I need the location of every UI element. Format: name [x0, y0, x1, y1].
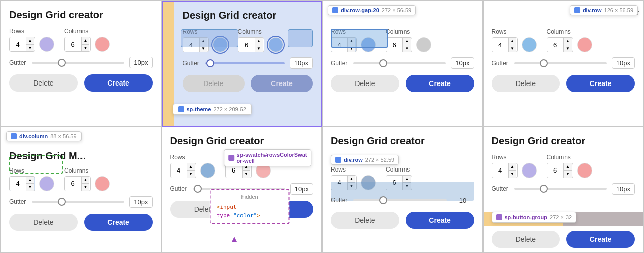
rows-down-1[interactable]: ▼ [26, 45, 34, 52]
columns-down-8[interactable]: ▼ [564, 171, 572, 178]
rows-color-swatch-4[interactable] [522, 37, 537, 52]
rows-value-1[interactable] [10, 37, 26, 51]
rows-color-swatch-2[interactable] [213, 37, 228, 52]
columns-color-swatch-3[interactable] [416, 37, 431, 52]
rows-up-8[interactable]: ▲ [508, 163, 516, 171]
columns-up-5[interactable]: ▲ [81, 177, 89, 184]
columns-value-7[interactable] [386, 176, 403, 190]
create-button-1[interactable]: Create [84, 74, 153, 92]
columns-color-swatch-8[interactable] [577, 163, 592, 178]
columns-value-1[interactable] [65, 37, 81, 51]
columns-color-swatch-2[interactable] [268, 37, 283, 52]
gutter-slider-1[interactable] [58, 59, 66, 67]
rows-color-swatch-5[interactable] [39, 176, 54, 191]
rows-down-8[interactable]: ▼ [508, 171, 516, 178]
rows-down-5[interactable]: ▼ [26, 184, 34, 191]
rows-color-swatch-1[interactable] [39, 37, 54, 52]
columns-input-5[interactable]: ▲ ▼ [64, 176, 91, 191]
rows-value-8[interactable] [492, 163, 508, 178]
gutter-slider-6[interactable] [194, 185, 202, 193]
create-button-4[interactable]: Create [566, 75, 635, 92]
gutter-slider-3[interactable] [379, 59, 387, 67]
rows-up-6[interactable]: ▲ [187, 163, 195, 171]
create-button-3[interactable]: Create [406, 75, 474, 92]
rows-value-5[interactable] [10, 177, 26, 191]
columns-input-8[interactable]: ▲ ▼ [547, 163, 573, 178]
columns-down-4[interactable]: ▼ [564, 45, 572, 52]
columns-down-1[interactable]: ▼ [81, 45, 89, 52]
columns-up-4[interactable]: ▲ [564, 38, 572, 45]
delete-button-5[interactable]: Delete [9, 214, 78, 231]
delete-button-7[interactable]: Delete [331, 212, 399, 229]
columns-value-8[interactable] [547, 163, 564, 178]
create-button-7[interactable]: Create [406, 212, 474, 229]
rows-down-7[interactable]: ▼ [347, 183, 355, 190]
columns-value-3[interactable] [386, 38, 403, 52]
columns-down-5[interactable]: ▼ [81, 184, 89, 191]
rows-down-2[interactable]: ▼ [199, 45, 207, 52]
columns-up-1[interactable]: ▲ [81, 37, 89, 45]
columns-down-3[interactable]: ▼ [403, 45, 411, 52]
rows-up-4[interactable]: ▲ [508, 38, 516, 45]
delete-button-1[interactable]: Delete [9, 74, 78, 92]
rows-color-swatch-8[interactable] [522, 163, 537, 178]
rows-value-7[interactable] [331, 176, 347, 190]
gutter-slider-8[interactable] [540, 185, 548, 193]
columns-up-2[interactable]: ▲ [255, 38, 263, 45]
gutter-slider-2[interactable] [206, 59, 214, 67]
rows-color-swatch-6[interactable] [200, 163, 215, 178]
columns-input-2[interactable]: ▲ ▼ [238, 37, 264, 52]
cell-1-title: Design Grid creator [9, 9, 153, 21]
create-button-8[interactable]: Create [566, 231, 635, 248]
rows-input-7[interactable]: ▲ ▼ [331, 175, 357, 190]
rows-up-2[interactable]: ▲ [199, 38, 207, 45]
columns-input-1[interactable]: ▲ ▼ [64, 37, 91, 52]
div-column-icon [11, 133, 17, 139]
columns-input-7[interactable]: ▲ ▼ [386, 175, 412, 190]
rows-input-3[interactable]: ▲ ▼ [331, 37, 357, 52]
create-button-5[interactable]: Create [84, 214, 153, 231]
delete-button-8[interactable]: Delete [492, 231, 560, 248]
rows-input-1[interactable]: ▲ ▼ [9, 37, 35, 52]
columns-input-3[interactable]: ▲ ▼ [386, 37, 412, 52]
gutter-slider-5[interactable] [58, 198, 66, 206]
rows-color-swatch-7[interactable] [361, 175, 376, 190]
rows-value-6[interactable] [171, 163, 187, 178]
rows-input-5[interactable]: ▲ ▼ [9, 176, 35, 191]
rows-down-4[interactable]: ▼ [508, 45, 516, 52]
main-grid: Design Grid creator Rows ▲ ▼ Columns [0, 0, 644, 253]
rows-input-6[interactable]: ▲ ▼ [170, 163, 196, 178]
rows-up-7[interactable]: ▲ [347, 176, 355, 183]
columns-color-swatch-4[interactable] [577, 37, 592, 52]
rows-down-6[interactable]: ▼ [187, 171, 195, 178]
gutter-slider-4[interactable] [540, 59, 548, 67]
rows-input-2[interactable]: ▲ ▼ [183, 37, 209, 52]
columns-down-6[interactable]: ▼ [242, 171, 250, 178]
columns-input-4[interactable]: ▲ ▼ [547, 37, 573, 52]
columns-color-swatch-1[interactable] [95, 37, 110, 52]
columns-down-2[interactable]: ▼ [255, 45, 263, 52]
delete-button-2[interactable]: Delete [183, 75, 245, 92]
create-button-2[interactable]: Create [251, 75, 313, 92]
columns-value-4[interactable] [547, 38, 564, 52]
gutter-slider-7[interactable] [379, 196, 387, 204]
columns-color-swatch-5[interactable] [95, 176, 110, 191]
rows-value-3[interactable] [331, 38, 347, 52]
rows-value-2[interactable] [183, 38, 199, 52]
rows-input-4[interactable]: ▲ ▼ [492, 37, 518, 52]
columns-value-5[interactable] [65, 177, 81, 191]
delete-button-3[interactable]: Delete [331, 75, 399, 92]
columns-up-3[interactable]: ▲ [403, 38, 411, 45]
columns-value-2[interactable] [238, 38, 255, 52]
columns-down-7[interactable]: ▼ [403, 183, 411, 190]
rows-up-5[interactable]: ▲ [26, 177, 34, 184]
rows-color-swatch-3[interactable] [361, 37, 376, 52]
rows-up-1[interactable]: ▲ [26, 37, 34, 45]
delete-button-4[interactable]: Delete [492, 75, 560, 92]
rows-input-8[interactable]: ▲ ▼ [492, 163, 518, 178]
columns-up-7[interactable]: ▲ [403, 176, 411, 183]
rows-value-4[interactable] [492, 38, 508, 52]
rows-up-3[interactable]: ▲ [347, 38, 355, 45]
rows-down-3[interactable]: ▼ [347, 45, 355, 52]
columns-up-8[interactable]: ▲ [564, 163, 572, 171]
